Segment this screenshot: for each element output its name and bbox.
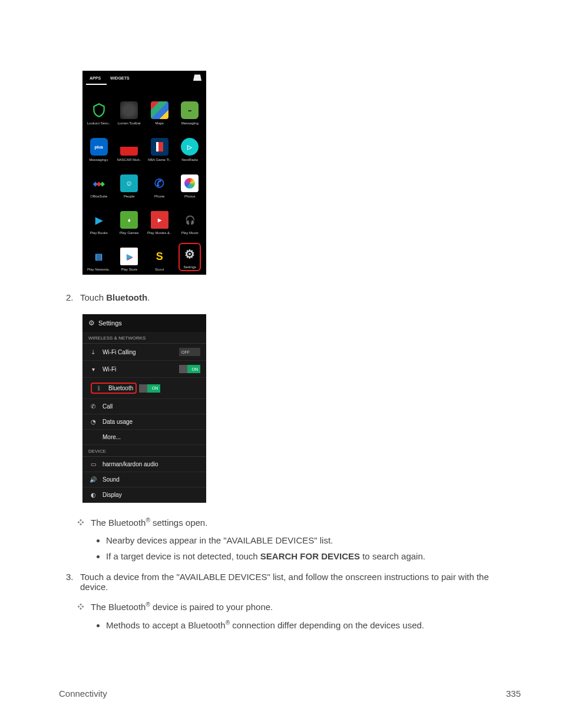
- svg-rect-6: [82, 605, 84, 608]
- app-nextradio[interactable]: NextRadio: [175, 125, 206, 162]
- row-label: Data usage: [103, 419, 200, 425]
- step-3: 3. Touch a device from the "AVAILABLE DE…: [66, 572, 518, 592]
- app-phone[interactable]: ✆Phone: [144, 162, 175, 198]
- app-play-games[interactable]: Play Games: [114, 198, 145, 235]
- hk-icon: ▭: [88, 461, 98, 467]
- playstore-icon: [120, 248, 138, 265]
- svg-rect-7: [80, 608, 82, 610]
- playmovies-icon: [151, 211, 168, 229]
- playbooks-icon: [90, 211, 108, 229]
- people-icon: [120, 174, 138, 192]
- app-people[interactable]: People: [114, 162, 145, 198]
- app-nascar-mob-[interactable]: NASCAR Mob..: [114, 125, 145, 162]
- toggle-wi-fi-calling[interactable]: OFF: [179, 348, 200, 356]
- app-messaging-[interactable]: plusMessaging+: [84, 125, 114, 162]
- result-1-pre: The Bluetooth: [91, 518, 146, 528]
- settings-row-display[interactable]: ◐Display: [82, 487, 206, 503]
- settings-row-wi-fi[interactable]: ▾Wi-FiON: [82, 361, 206, 378]
- settings-row-wi-fi-calling[interactable]: ⇣Wi-Fi CallingOFF: [82, 344, 206, 361]
- app-label: Settings: [183, 265, 196, 269]
- app-play-music[interactable]: Play Music: [175, 198, 206, 235]
- lookout-icon: [90, 101, 108, 119]
- settings-title-bar: ⚙ Settings: [82, 314, 206, 332]
- photos-icon: [181, 174, 199, 192]
- app-play-books[interactable]: Play Books: [84, 198, 114, 235]
- app-lookout-secu-[interactable]: Lookout Secu..: [84, 88, 114, 125]
- app-label: Scout: [155, 268, 164, 271]
- settings-row-sound[interactable]: 🔊Sound: [82, 472, 206, 487]
- settings-row-harman-kardon-audio[interactable]: ▭harman/kardon audio: [82, 457, 206, 472]
- app-label: Play Newssta..: [87, 268, 111, 271]
- messaging-icon: [181, 101, 199, 119]
- settings-row-more-[interactable]: More...: [82, 430, 206, 445]
- nextradio-icon: [181, 138, 199, 156]
- svg-rect-4: [80, 604, 82, 606]
- page-number: 335: [506, 689, 521, 699]
- toggle-wi-fi[interactable]: ON: [179, 365, 200, 373]
- apps-screenshot: APPS WIDGETS Lookout Secu..Lumen Toolbar…: [82, 71, 206, 275]
- result-1: The Bluetooth® settings open.: [77, 517, 518, 528]
- messagingplus-icon: plus: [90, 138, 108, 156]
- settings-icon: ⚙: [181, 245, 199, 263]
- svg-rect-0: [80, 519, 82, 522]
- page-footer: Connectivity 335: [59, 689, 521, 699]
- settings-row-bluetooth[interactable]: ᛒBluetoothON: [82, 378, 206, 399]
- result-2-post: device is paired to your phone.: [150, 602, 273, 612]
- office-icon: [90, 174, 108, 192]
- settings-row-data-usage[interactable]: ◔Data usage: [82, 414, 206, 430]
- section-wireless: WIRELESS & NETWORKS: [82, 332, 206, 344]
- row-label: Bluetooth: [108, 385, 133, 391]
- sub-bullet-1a: Nearby devices appear in the "AVAILABLE …: [106, 535, 518, 545]
- footer-section: Connectivity: [59, 689, 107, 699]
- result-2-pre: The Bluetooth: [91, 602, 146, 612]
- row-label: Display: [103, 492, 200, 498]
- dp-icon: ◐: [88, 492, 98, 498]
- registered-mark: ®: [146, 601, 150, 608]
- app-lumen-toolbar[interactable]: Lumen Toolbar: [114, 88, 145, 125]
- settings-row-call[interactable]: ✆Call: [82, 399, 206, 414]
- toggle-bluetooth[interactable]: ON: [139, 384, 160, 393]
- svg-rect-5: [78, 605, 80, 608]
- app-play-store[interactable]: Play Store: [114, 235, 145, 271]
- diamond-bullet-icon: [77, 518, 87, 528]
- settings-title: Settings: [98, 319, 122, 327]
- app-photos[interactable]: Photos: [175, 162, 206, 198]
- sub-bullet-1b: If a target device is not detected, touc…: [106, 551, 518, 561]
- play-store-bag-icon[interactable]: [193, 73, 201, 81]
- playmusic-icon: [181, 211, 199, 229]
- section-device: DEVICE: [82, 445, 206, 457]
- tab-widgets[interactable]: WIDGETS: [107, 74, 135, 85]
- scout-icon: S: [151, 248, 168, 265]
- app-maps[interactable]: Maps: [144, 88, 175, 125]
- maps-icon: [151, 101, 168, 119]
- diamond-bullet-icon: [77, 602, 87, 612]
- settings-screenshot: ⚙ Settings WIRELESS & NETWORKS ⇣Wi-Fi Ca…: [82, 314, 206, 503]
- row-label: More...: [103, 434, 200, 440]
- app-settings[interactable]: ⚙Settings: [175, 235, 206, 271]
- nascar-icon: [120, 138, 138, 156]
- app-officesuite[interactable]: OfficeSuite: [84, 162, 114, 198]
- wc-icon: ⇣: [88, 349, 98, 355]
- playgames-icon: [120, 211, 138, 229]
- step-number: 3.: [66, 572, 80, 592]
- app-play-movies-[interactable]: Play Movies &..: [144, 198, 175, 235]
- step-2: 2. Touch Bluetooth.: [66, 292, 518, 302]
- bt-icon: ᛒ: [94, 385, 104, 391]
- tab-apps[interactable]: APPS: [86, 74, 107, 85]
- sub-bullet-2a: Methods to accept a Bluetooth® connectio…: [106, 620, 518, 630]
- app-label: Play Store: [121, 268, 137, 271]
- step-2-bold: Bluetooth: [106, 292, 147, 302]
- step-2-text-post: .: [147, 292, 150, 302]
- svg-rect-1: [78, 521, 80, 523]
- step-3-text: Touch a device from the "AVAILABLE DEVIC…: [80, 572, 518, 592]
- lumen-icon: [120, 101, 138, 119]
- app-scout[interactable]: SScout: [144, 235, 175, 271]
- playnews-icon: [90, 248, 108, 265]
- app-play-newssta-[interactable]: Play Newssta..: [84, 235, 114, 271]
- sd-icon: 🔊: [88, 476, 98, 483]
- app-nba-game-ti-[interactable]: NBA Game Ti..: [144, 125, 175, 162]
- app-messaging[interactable]: Messaging: [175, 88, 206, 125]
- svg-rect-2: [82, 521, 84, 523]
- step-number: 2.: [66, 292, 80, 302]
- row-label: Wi-Fi Calling: [103, 349, 179, 355]
